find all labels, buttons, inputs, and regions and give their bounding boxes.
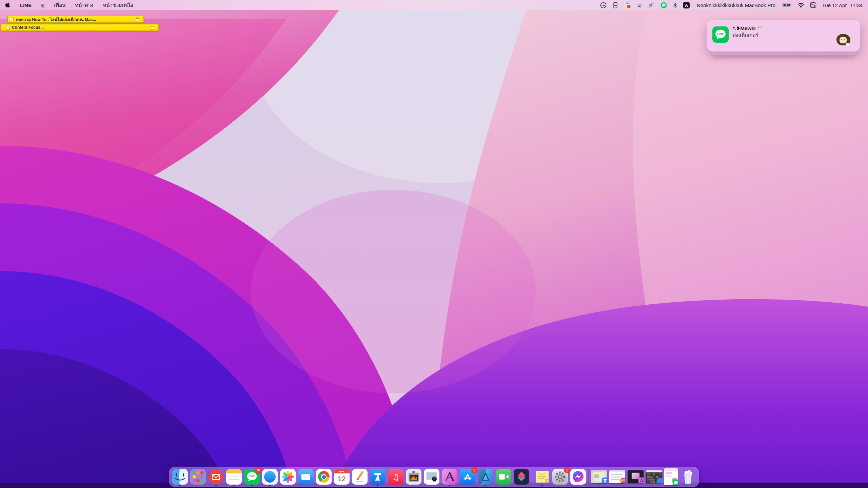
dock-minimized-safari-gallery-window[interactable] <box>646 467 662 487</box>
apple-menu-icon[interactable] <box>5 2 11 8</box>
volume-muted-icon[interactable] <box>648 2 655 8</box>
dock-item-trash[interactable] <box>680 467 696 487</box>
notification-text: *.❥Mewkï 🕊️ ส่งสติกเกอร์ <box>733 25 763 39</box>
input-source-icon[interactable]: A <box>683 2 690 8</box>
dock-item-affinity-photo[interactable] <box>442 467 457 487</box>
dock-item-keynote[interactable] <box>370 467 386 487</box>
wifi-icon[interactable] <box>797 2 804 8</box>
dock-item-preview[interactable] <box>424 467 439 487</box>
line-badge: 70 <box>255 467 262 473</box>
bluetooth-icon[interactable] <box>673 2 677 8</box>
dock-item-launchpad[interactable] <box>190 467 206 487</box>
running-indicator <box>269 485 271 486</box>
notification-body: ส่งสติกเกอร์ <box>733 32 763 39</box>
running-indicator <box>485 485 486 486</box>
running-indicator <box>215 485 217 486</box>
dock-item-notes[interactable] <box>226 467 242 487</box>
dock-separator <box>588 469 589 485</box>
dock-item-calendar[interactable]: APR 12 <box>334 467 350 487</box>
dock-minimized-line-chat-window[interactable] <box>664 467 678 487</box>
dock-item-mail[interactable] <box>298 467 314 487</box>
running-indicator <box>541 485 543 486</box>
dock-item-shortcuts[interactable] <box>514 467 529 487</box>
spiral-icon[interactable] <box>636 2 643 8</box>
sticky-close-box[interactable] <box>6 26 10 29</box>
notification-stack-edge <box>712 52 855 55</box>
wallpaper-art <box>0 0 868 488</box>
svg-text:12: 12 <box>338 475 346 483</box>
app-store-badge: 5 <box>471 467 477 473</box>
dock-item-app-store[interactable]: 5 <box>460 467 475 487</box>
stacked-windows-icon[interactable] <box>612 2 618 8</box>
running-indicator <box>233 485 235 486</box>
svg-text:LINE: LINE <box>662 4 665 6</box>
menu-bar-status-area: ! LINE <box>600 2 863 8</box>
menu-bar-clock[interactable]: Tue 12 Apr 11:34 <box>822 2 863 8</box>
dock-minimized-keynote-document[interactable] <box>591 467 607 487</box>
svg-text:LINE: LINE <box>249 475 255 478</box>
system-preferences-badge: 1 <box>564 467 570 473</box>
running-indicator <box>251 485 253 486</box>
control-center-icon[interactable] <box>810 2 816 8</box>
dock-item-stickies[interactable] <box>534 467 550 487</box>
line-app-icon: LINE <box>712 26 729 43</box>
dock-item-image-capture[interactable] <box>406 467 421 487</box>
dock-minimized-affinity-photo-window[interactable] <box>628 467 644 487</box>
dock-item-system-preferences[interactable]: 1 <box>552 467 568 487</box>
sync-error-document-icon[interactable]: ! <box>624 2 631 8</box>
time-label: 11:34 <box>850 2 863 8</box>
notification-title: *.❥Mewkï 🕊️ <box>733 25 763 32</box>
svg-text:!: ! <box>628 5 629 8</box>
dock-item-finder[interactable] <box>172 467 188 487</box>
menu-bar: LINE ดู เพื่อน หน้าต่าง หน้าช่วยเหลือ <box>0 0 868 10</box>
dock-item-chrome[interactable] <box>316 467 332 487</box>
app-menu-title[interactable]: LINE <box>20 2 32 8</box>
dock-item-safari[interactable] <box>262 467 278 487</box>
sticky-close-box[interactable] <box>10 18 14 21</box>
svg-text:♫: ♫ <box>392 472 399 482</box>
sticker-thumbnail <box>836 34 851 47</box>
sticky-collapse-box[interactable] <box>136 18 139 21</box>
line-notification[interactable]: LINE *.❥Mewkï 🕊️ ส่งสติกเกอร์ <box>707 20 860 52</box>
dock-item-pages[interactable] <box>352 467 368 487</box>
menu-friends[interactable]: เพื่อน <box>54 1 65 9</box>
svg-text:LINE: LINE <box>717 33 724 36</box>
stickies-collapsed-note-1[interactable]: บทความ How To : ไลน์ไม่แจ้งเตือนบน Mac..… <box>7 16 144 23</box>
creative-cloud-icon[interactable] <box>600 2 607 8</box>
dock-item-affinity-designer[interactable] <box>478 467 493 487</box>
dock-item-facetime[interactable] <box>496 467 511 487</box>
dock: 70 LINE <box>169 467 699 487</box>
svg-text:A: A <box>685 3 688 8</box>
menu-window[interactable]: หน้าต่าง <box>75 1 93 9</box>
svg-text:APR: APR <box>339 470 344 473</box>
battery-charging-icon[interactable] <box>783 2 792 8</box>
dock-item-music[interactable]: ♫ <box>388 467 403 487</box>
line-status-icon[interactable]: LINE <box>660 2 667 8</box>
running-indicator <box>449 485 450 486</box>
menu-help[interactable]: หน้าช่วยเหลือ <box>103 1 133 9</box>
dock-item-messenger[interactable] <box>570 467 586 487</box>
stickies-collapsed-note-2[interactable]: Content Focus... <box>1 24 159 31</box>
desktop-wallpaper <box>0 0 868 488</box>
dock-item-photos[interactable] <box>280 467 296 487</box>
dock-item-line[interactable]: 70 LINE <box>244 467 260 487</box>
sticky-collapse-box[interactable] <box>151 26 154 29</box>
menu-view[interactable]: ดู <box>41 1 44 9</box>
sticky-title: Content Focus... <box>12 25 44 30</box>
dock-separator <box>532 469 532 485</box>
device-name: Nooknickkikikkukkuk MacBook Pro <box>697 2 775 8</box>
running-indicator <box>377 485 378 486</box>
dock-item-mail-red[interactable] <box>208 467 224 487</box>
desktop: LINE ดู เพื่อน หน้าต่าง หน้าช่วยเหลือ <box>0 0 868 488</box>
dock-minimized-mail-message[interactable] <box>609 467 625 487</box>
date-label: Tue 12 Apr <box>822 2 847 8</box>
running-indicator <box>179 485 181 486</box>
sticky-title: บทความ How To : ไลน์ไม่แจ้งเตือนบน Mac..… <box>16 16 96 23</box>
menu-bar-left: LINE ดู เพื่อน หน้าต่าง หน้าช่วยเหลือ <box>5 1 133 9</box>
